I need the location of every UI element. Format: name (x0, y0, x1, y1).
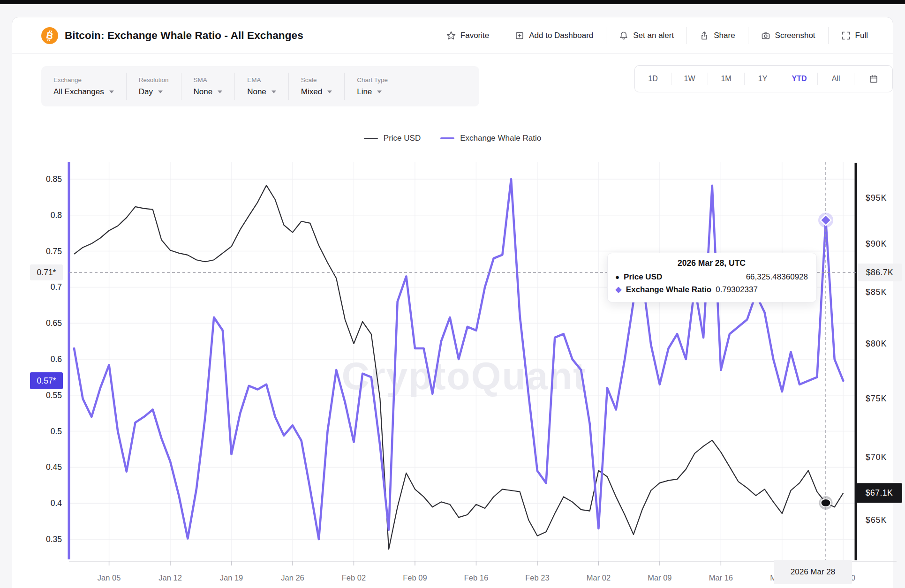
share-icon (700, 31, 709, 40)
filter-bar: Exchange All Exchanges Resolution Day SM… (41, 66, 479, 106)
chevron-down-icon (272, 90, 276, 93)
tooltip-whale-value: 0.79302337 (716, 283, 758, 296)
tooltip-price-value: 66,325.48360928 (746, 271, 808, 283)
chevron-down-icon (377, 90, 382, 93)
star-icon (446, 31, 456, 40)
window-top-bar (0, 0, 905, 4)
price-dot-icon: ● (615, 271, 619, 283)
range-all[interactable]: All (818, 66, 854, 92)
camera-icon (761, 31, 770, 40)
dashboard-plus-icon (515, 31, 524, 40)
tooltip-title: 2026 Mar 28, UTC (615, 258, 808, 268)
header-actions: Favorite Add to Dashboard Set an alert (434, 17, 881, 53)
whale-line-swatch (440, 137, 454, 139)
chevron-down-icon (109, 90, 114, 93)
add-to-dashboard-button[interactable]: Add to Dashboard (502, 31, 606, 40)
range-1m[interactable]: 1M (708, 66, 744, 92)
filter-scale[interactable]: Scale Mixed (288, 73, 344, 100)
price-line-swatch (364, 138, 378, 139)
filter-exchange[interactable]: Exchange All Exchanges (41, 73, 126, 100)
filter-ema[interactable]: EMA None (234, 73, 288, 100)
chart-card: B Bitcoin: Exchange Whale Ratio - All Ex… (12, 17, 893, 588)
chevron-down-icon (218, 90, 222, 93)
range-1y[interactable]: 1Y (745, 66, 781, 92)
time-range-selector: 1D 1W 1M 1Y YTD All (634, 65, 893, 92)
bitcoin-icon: B (41, 27, 58, 44)
crosshair-date-label: 2026 Mar 28 (774, 560, 852, 584)
range-ytd[interactable]: YTD (781, 66, 817, 92)
fullscreen-icon (841, 31, 851, 40)
page-title: Bitcoin: Exchange Whale Ratio - All Exch… (65, 30, 303, 42)
filter-sma[interactable]: SMA None (181, 73, 235, 100)
share-button[interactable]: Share (687, 31, 747, 40)
legend-price-usd[interactable]: Price USD (364, 134, 421, 143)
fullscreen-button[interactable]: Full (829, 31, 881, 40)
filter-chart-type[interactable]: Chart Type Line (344, 73, 400, 100)
date-range-picker-button[interactable] (854, 66, 892, 92)
chart-legend: Price USD Exchange Whale Ratio (12, 134, 893, 143)
chart-tooltip: 2026 Mar 28, UTC ● Price USD 66,325.4836… (607, 253, 817, 302)
chevron-down-icon (158, 90, 163, 93)
range-1w[interactable]: 1W (671, 66, 708, 92)
screenshot-button[interactable]: Screenshot (748, 31, 828, 40)
card-header: B Bitcoin: Exchange Whale Ratio - All Ex… (12, 17, 893, 54)
whale-diamond-icon: ◆ (615, 283, 622, 296)
legend-whale-ratio[interactable]: Exchange Whale Ratio (440, 134, 541, 143)
tooltip-price-row: ● Price USD 66,325.48360928 (615, 271, 808, 283)
set-alert-button[interactable]: Set an alert (606, 31, 686, 40)
tooltip-whale-row: ◆ Exchange Whale Ratio 0.79302337 (615, 283, 808, 296)
filter-resolution[interactable]: Resolution Day (126, 73, 181, 100)
bell-icon (619, 31, 628, 40)
range-1d[interactable]: 1D (635, 66, 671, 92)
chevron-down-icon (327, 90, 332, 93)
calendar-icon (869, 74, 878, 83)
favorite-button[interactable]: Favorite (434, 31, 502, 40)
